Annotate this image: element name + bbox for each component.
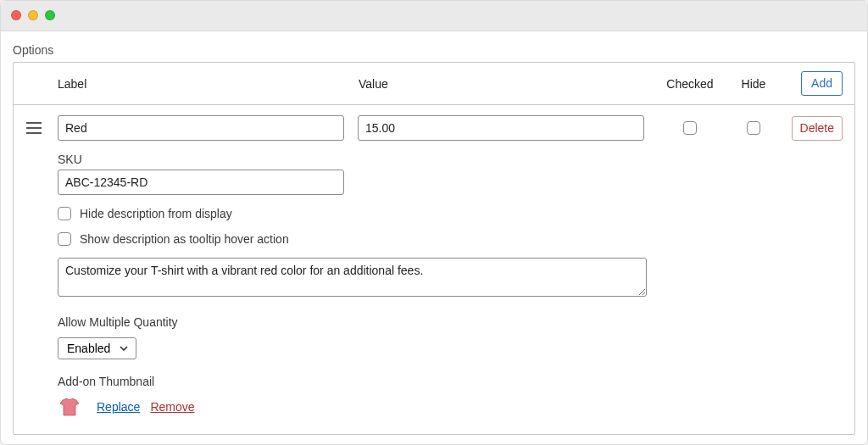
drag-icon xyxy=(25,121,42,135)
allow-multiple-selected: Enabled xyxy=(67,342,110,355)
titlebar xyxy=(1,1,867,31)
tooltip-description-label: Show description as tooltip hover action xyxy=(80,232,289,246)
minimize-icon[interactable] xyxy=(28,10,38,20)
zoom-icon[interactable] xyxy=(45,10,55,20)
content: Options Label Value Checked Hide Add xyxy=(1,31,867,445)
hide-checkbox[interactable] xyxy=(747,121,760,135)
option-row: Delete xyxy=(25,115,843,141)
delete-button[interactable]: Delete xyxy=(792,116,843,141)
chevron-down-icon xyxy=(119,343,129,353)
window: Options Label Value Checked Hide Add xyxy=(0,0,868,445)
add-button[interactable]: Add xyxy=(801,71,843,96)
allow-multiple-select[interactable]: Enabled xyxy=(58,337,136,359)
option-item: Delete SKU Hide description from display… xyxy=(14,105,854,434)
options-panel: Label Value Checked Hide Add xyxy=(13,62,855,435)
header-checked: Checked xyxy=(656,77,724,91)
header-hide: Hide xyxy=(724,77,783,91)
tshirt-icon xyxy=(58,395,81,419)
section-title: Options xyxy=(13,43,855,57)
tooltip-description-checkbox[interactable] xyxy=(58,232,71,246)
thumbnail-image xyxy=(58,395,81,419)
label-input[interactable] xyxy=(58,115,344,141)
header-label: Label xyxy=(58,77,359,91)
checked-checkbox[interactable] xyxy=(683,121,697,135)
header-action: Add xyxy=(783,71,843,96)
close-icon[interactable] xyxy=(11,10,21,20)
hide-description-checkbox[interactable] xyxy=(58,207,71,220)
remove-link[interactable]: Remove xyxy=(150,400,194,414)
traffic-lights xyxy=(11,10,55,20)
header-value: Value xyxy=(359,77,656,91)
value-input[interactable] xyxy=(358,115,644,141)
replace-link[interactable]: Replace xyxy=(97,400,140,414)
allow-multiple-label: Allow Multiple Quantity xyxy=(58,315,843,329)
thumbnail-label: Add-on Thumbnail xyxy=(58,375,843,388)
hide-description-label: Hide description from display xyxy=(80,207,232,220)
sku-input[interactable] xyxy=(58,170,344,195)
options-header: Label Value Checked Hide Add xyxy=(14,63,854,105)
sku-label: SKU xyxy=(58,153,843,166)
option-details: SKU Hide description from display Show d… xyxy=(58,153,843,419)
drag-handle[interactable] xyxy=(25,121,58,135)
description-textarea[interactable]: Customize your T-shirt with a vibrant re… xyxy=(58,258,647,297)
